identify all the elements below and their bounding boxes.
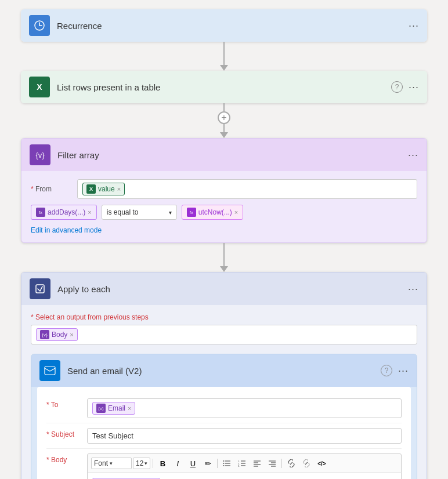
filter-left-token-icon: fx: [36, 208, 45, 217]
connector-arrow-3: [220, 266, 228, 272]
email-subject-label: Subject: [46, 428, 87, 438]
size-chevron-icon: ▾: [144, 460, 147, 466]
svg-point-8: [223, 465, 225, 466]
email-subject-input[interactable]: Test Subject: [87, 428, 402, 444]
font-chevron-icon: ▾: [110, 460, 113, 466]
excel-help-icon[interactable]: ?: [391, 81, 403, 93]
apply-body-token-label: Body: [52, 331, 67, 339]
filter-header: {v} Filter array ···: [21, 139, 427, 171]
unlink-btn[interactable]: [299, 456, 313, 470]
filter-right-token-close[interactable]: ×: [234, 209, 238, 216]
apply-output-input[interactable]: {v} Body ×: [31, 325, 417, 344]
excel-title: List rows present in a table: [57, 82, 391, 92]
filter-condition-row: fx addDays(...) × is equal to fx utcNow(…: [31, 205, 417, 220]
filter-operator-dropdown[interactable]: is equal to: [102, 205, 177, 220]
align-right-btn[interactable]: [265, 456, 279, 470]
excel-more-btn[interactable]: ···: [409, 81, 419, 93]
email-body-label: Body: [46, 453, 87, 464]
email-to-token-label: Email: [108, 404, 125, 412]
email-help-icon[interactable]: ?: [381, 365, 392, 376]
link-btn[interactable]: [284, 456, 298, 470]
apply-more-btn[interactable]: ···: [408, 283, 418, 295]
list-unordered-btn[interactable]: [220, 456, 234, 470]
email-toolbar: Font ▾ 12 ▾ B I U: [87, 453, 402, 473]
email-actions: ? ···: [381, 365, 409, 377]
filter-from-row: From X value ×: [31, 179, 417, 199]
email-icon: [39, 360, 60, 381]
email-body-editor: Font ▾ 12 ▾ B I U: [87, 453, 402, 479]
excel-header: X List rows present in a table ? ···: [21, 71, 427, 103]
pen-btn[interactable]: ✏: [201, 456, 215, 470]
recurrence-header: Recurrence ···: [21, 9, 427, 42]
align-left-btn[interactable]: [250, 456, 264, 470]
filter-operator-label: is equal to: [107, 208, 139, 216]
filter-left-token: fx addDays(...) ×: [31, 205, 97, 220]
recurrence-icon: [29, 15, 50, 36]
size-selector[interactable]: 12 ▾: [133, 458, 150, 469]
select-output-label: Select an output from previous steps: [31, 313, 417, 321]
filter-more-btn[interactable]: ···: [408, 149, 418, 161]
filter-value-token-close[interactable]: ×: [117, 186, 121, 193]
code-btn[interactable]: </>: [315, 456, 328, 470]
filter-left-token-label: addDays(...): [48, 208, 85, 216]
apply-body-token-close[interactable]: ×: [70, 331, 73, 338]
apply-actions: ···: [408, 283, 418, 295]
email-card: Send an email (V2) ? ··· To {v} Email: [31, 354, 417, 479]
email-body-content[interactable]: {v} Date of Event ×: [87, 473, 402, 479]
excel-actions: ? ···: [391, 81, 419, 93]
email-to-token-close[interactable]: ×: [128, 405, 131, 412]
apply-body: Select an output from previous steps {v}…: [21, 305, 427, 479]
filter-from-input[interactable]: X value ×: [77, 179, 417, 199]
recurrence-more-btn[interactable]: ···: [409, 20, 419, 32]
email-to-input[interactable]: {v} Email ×: [87, 398, 402, 418]
list-ordered-btn[interactable]: 1. 2. 3.: [235, 456, 249, 470]
email-more-btn[interactable]: ···: [398, 365, 409, 377]
svg-point-7: [223, 463, 225, 464]
filter-actions: ···: [408, 149, 418, 161]
email-title: Send an email (V2): [67, 366, 381, 376]
connector-arrow-1: [220, 65, 228, 71]
apply-header: Apply to each ···: [21, 273, 427, 305]
apply-body-token: {v} Body ×: [36, 328, 78, 341]
connector-arrow-2: [220, 132, 228, 138]
excel-icon: X: [29, 77, 50, 97]
toolbar-divider-1: [153, 459, 153, 468]
email-to-token: {v} Email ×: [92, 402, 135, 415]
recurrence-card: Recurrence ···: [21, 9, 427, 42]
svg-point-6: [223, 460, 225, 462]
email-subject-value: Test Subject: [92, 431, 133, 440]
email-to-label: To: [46, 398, 87, 409]
filter-right-token-icon: fx: [187, 208, 196, 217]
connector-line-1: [223, 42, 225, 65]
connector-plus: +: [218, 103, 230, 138]
bold-btn[interactable]: B: [156, 456, 169, 470]
advanced-mode-link[interactable]: Edit in advanced mode: [31, 226, 102, 234]
toolbar-divider-2: [217, 459, 218, 468]
connector-1: [220, 42, 228, 71]
svg-rect-2: [45, 366, 55, 375]
connector-3: [220, 243, 228, 272]
svg-text:3.: 3.: [238, 465, 240, 467]
email-to-row: To {v} Email ×: [46, 394, 402, 423]
filter-left-token-close[interactable]: ×: [88, 209, 91, 216]
underline-btn[interactable]: U: [186, 456, 200, 470]
apply-icon: [30, 278, 50, 299]
excel-card: X List rows present in a table ? ···: [21, 71, 427, 103]
flow-canvas: Recurrence ··· X List rows present in a …: [9, 9, 439, 479]
add-step-btn[interactable]: +: [218, 111, 230, 124]
connector-line-3: [223, 243, 225, 266]
email-header: Send an email (V2) ? ···: [31, 354, 417, 387]
font-selector[interactable]: Font ▾: [91, 458, 132, 469]
connector-line-2a: [223, 103, 225, 111]
email-body-row: Body Font ▾ 12 ▾: [46, 449, 402, 479]
italic-btn[interactable]: I: [171, 456, 185, 470]
email-to-token-icon: {v}: [96, 404, 106, 413]
email-subject-row: Subject Test Subject: [46, 423, 402, 449]
filter-from-label: From: [31, 185, 77, 193]
filter-icon: {v}: [30, 144, 50, 165]
token-excel-icon: X: [86, 184, 96, 194]
filter-body: From X value × fx addDays(...) × is: [21, 171, 427, 242]
toolbar-divider-3: [281, 459, 282, 468]
size-label: 12: [136, 459, 143, 467]
connector-line-2b: [223, 124, 225, 132]
